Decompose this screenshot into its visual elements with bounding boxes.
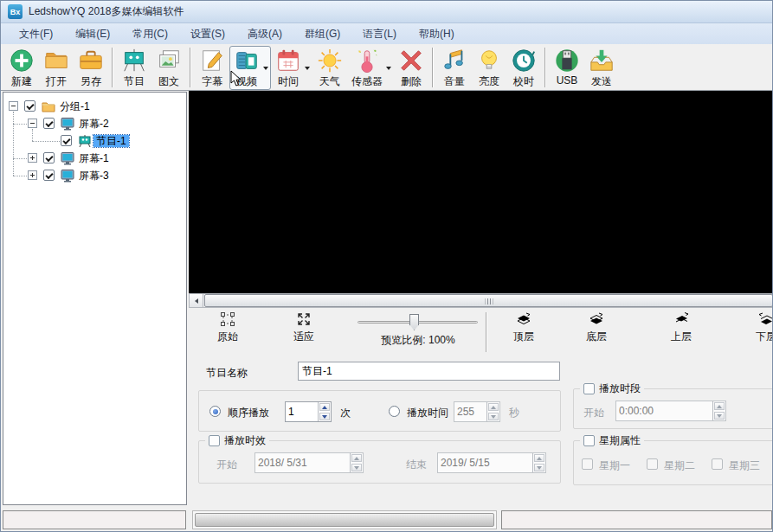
toolbar-separator xyxy=(544,48,546,87)
seconds-unit-label: 秒 xyxy=(509,406,519,420)
usb-button[interactable]: USB xyxy=(550,46,584,87)
subtitle-label: 字幕 xyxy=(202,74,222,89)
send-icon xyxy=(589,48,615,74)
zoom-slider-thumb[interactable] xyxy=(409,314,419,330)
preview-hscrollbar[interactable] xyxy=(189,293,773,308)
period-start-time xyxy=(615,401,726,421)
progress-bar xyxy=(195,513,494,527)
menu-group[interactable]: 群组(G) xyxy=(293,23,351,45)
time-calendar-icon xyxy=(275,48,301,74)
subtitle-icon xyxy=(199,48,225,74)
open-button[interactable]: 打开 xyxy=(39,46,74,90)
menu-help[interactable]: 帮助(H) xyxy=(408,23,466,45)
statusbar-right-panel xyxy=(501,510,772,529)
play-duration-radio[interactable] xyxy=(389,406,400,417)
menu-settings[interactable]: 设置(S) xyxy=(179,23,236,45)
monday-checkbox xyxy=(582,458,593,470)
scroll-left-button[interactable] xyxy=(190,294,203,307)
video-dropdown-icon[interactable] xyxy=(263,67,268,70)
week-attribute-group: 星期属性 星期一 星期二 星期三 xyxy=(573,440,773,485)
group1-checkbox[interactable] xyxy=(24,100,35,112)
menu-file[interactable]: 文件(F) xyxy=(8,23,64,45)
spin-up-icon[interactable] xyxy=(319,403,330,411)
toolbar-separator xyxy=(112,48,113,87)
sequence-play-radio[interactable] xyxy=(209,406,221,417)
program-name-input[interactable] xyxy=(298,362,560,381)
sensor-thermometer-icon xyxy=(354,48,380,74)
spin-down-icon xyxy=(351,464,362,471)
fit-button[interactable]: 适应 xyxy=(280,311,328,350)
menu-bar: 文件(F) 编辑(E) 常用(C) 设置(S) 高级(A) 群组(G) 语言(L… xyxy=(1,23,773,44)
expand-icon[interactable] xyxy=(28,170,37,180)
play-period-group: 播放时段 开始 xyxy=(573,388,773,429)
tree-row-screen3: 屏幕-3 xyxy=(3,167,186,184)
delete-label: 删除 xyxy=(401,74,422,89)
sensor-dropdown-icon[interactable] xyxy=(386,67,391,70)
controls-separator xyxy=(486,312,487,352)
tree-item-screen3[interactable]: 屏幕-3 xyxy=(76,170,112,182)
bottom-layer-button[interactable]: 底层 xyxy=(572,311,621,350)
spin-down-icon xyxy=(488,413,499,420)
scrollbar-grip-icon xyxy=(485,298,493,304)
save-as-label: 另存 xyxy=(81,74,101,89)
top-layer-button[interactable]: 顶层 xyxy=(499,311,548,350)
usb-label: USB xyxy=(557,74,578,87)
volume-button[interactable]: 音量 xyxy=(437,46,472,90)
spin-down-icon[interactable] xyxy=(319,413,330,420)
spin-down-icon xyxy=(534,464,544,471)
menu-language[interactable]: 语言(L) xyxy=(351,23,408,45)
usb-icon xyxy=(554,48,580,74)
play-validity-label: 播放时效 xyxy=(224,433,266,448)
weather-sun-icon xyxy=(317,48,343,74)
week-attribute-checkbox[interactable] xyxy=(583,435,595,446)
subtitle-button[interactable]: 字幕 xyxy=(195,46,229,90)
tree-item-screen1[interactable]: 屏幕-1 xyxy=(76,152,112,164)
tree-row-group1: 分组-1 xyxy=(3,98,186,115)
menu-common[interactable]: 常用(C) xyxy=(121,23,179,45)
screen1-checkbox[interactable] xyxy=(43,152,55,163)
led-preview-area[interactable] xyxy=(189,91,773,293)
screen2-checkbox[interactable] xyxy=(43,118,55,129)
top-layer-icon xyxy=(515,311,532,328)
sensor-button[interactable]: 传感器 xyxy=(347,46,394,90)
sequence-count-input[interactable] xyxy=(286,402,318,421)
save-as-button[interactable]: 另存 xyxy=(74,46,108,90)
week-attribute-label: 星期属性 xyxy=(599,433,641,448)
image-text-button[interactable]: 图文 xyxy=(151,46,186,90)
menu-edit[interactable]: 编辑(E) xyxy=(64,23,121,45)
program1-checkbox[interactable] xyxy=(61,135,72,146)
time-dropdown-icon[interactable] xyxy=(305,67,310,70)
lower-layer-button[interactable]: 下层 xyxy=(742,311,773,350)
tree-item-program1-selected[interactable]: 节目-1 xyxy=(93,135,129,147)
new-button[interactable]: 新建 xyxy=(4,46,39,90)
menu-advanced[interactable]: 高级(A) xyxy=(236,23,293,45)
sequence-count-spinner[interactable] xyxy=(285,401,332,422)
collapse-icon[interactable] xyxy=(9,101,18,111)
tree-item-screen2[interactable]: 屏幕-2 xyxy=(76,118,112,130)
weather-button[interactable]: 天气 xyxy=(312,46,347,90)
screen3-checkbox[interactable] xyxy=(43,170,55,181)
delete-button[interactable]: 删除 xyxy=(394,46,428,90)
expand-icon[interactable] xyxy=(28,153,37,163)
open-label: 打开 xyxy=(46,74,67,89)
original-size-button[interactable]: 原始 xyxy=(203,311,252,350)
image-text-label: 图文 xyxy=(158,74,179,89)
scrollbar-thumb[interactable] xyxy=(204,294,773,307)
lower-layer-icon xyxy=(757,311,773,328)
collapse-icon[interactable] xyxy=(28,119,37,128)
time-button[interactable]: 时间 xyxy=(271,46,312,90)
window-title: LedshowYQ 2018多媒体编辑软件 xyxy=(29,4,184,19)
toolbar-separator xyxy=(190,48,191,87)
play-period-checkbox[interactable] xyxy=(583,383,595,394)
send-button[interactable]: 发送 xyxy=(584,46,619,90)
timing-button[interactable]: 校时 xyxy=(506,46,541,90)
program-button[interactable]: 节目 xyxy=(117,46,151,90)
statusbar-left-panel xyxy=(3,510,186,529)
tree-row-screen1: 屏幕-1 xyxy=(3,150,186,167)
validity-start-input xyxy=(255,453,350,472)
period-start-label: 开始 xyxy=(583,406,604,420)
upper-layer-button[interactable]: 上层 xyxy=(657,311,705,350)
play-validity-checkbox[interactable] xyxy=(209,435,220,446)
tree-item-group1[interactable]: 分组-1 xyxy=(57,100,93,112)
brightness-button[interactable]: 亮度 xyxy=(472,46,506,90)
